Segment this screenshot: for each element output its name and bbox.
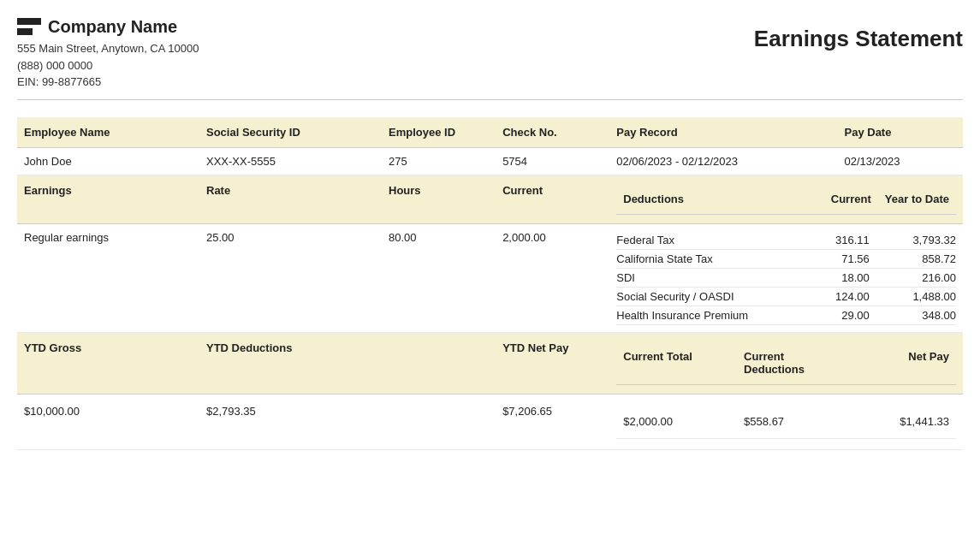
document-title: Earnings Statement [754, 17, 963, 52]
earnings-label: Regular earnings [17, 223, 199, 332]
employee-header-row: Employee Name Social Security ID Employe… [17, 117, 963, 148]
deduction-row: Federal Tax 316.11 3,793.32 [616, 231, 956, 250]
earnings-hours: 80.00 [382, 223, 496, 332]
deductions-data-cell: Federal Tax 316.11 3,793.32 California S… [609, 223, 963, 332]
col-header-rate: Rate [199, 175, 382, 223]
earnings-deductions-header-row: Earnings Rate Hours Current Deductions C… [17, 175, 963, 223]
summary-header-ytd-gross: YTD Gross [17, 332, 199, 394]
company-ein: EIN: 99-8877665 [17, 74, 199, 91]
summary-ytd-net-pay-value: $7,206.65 [496, 394, 609, 449]
summary-header-current-total-group: Current Total Current Deductions Net Pay [609, 332, 963, 394]
company-info: Company Name 555 Main Street, Anytown, C… [17, 17, 199, 91]
deduction-label: SDI [616, 268, 803, 287]
employee-id-value: 275 [382, 147, 496, 175]
employee-pay-record-value: 02/06/2023 - 02/12/2023 [609, 147, 837, 175]
deduction-ytd: 348.00 [878, 306, 956, 324]
company-address: 555 Main Street, Anytown, CA 10000 [17, 40, 199, 57]
earnings-rate: 25.00 [199, 223, 382, 332]
deduction-label: Social Security / OASDI [616, 287, 803, 306]
summary-current-total-value: $2,000.00 [616, 405, 735, 439]
col-header-employee-name: Employee Name [17, 117, 199, 148]
col-header-hours: Hours [382, 175, 496, 223]
col-header-deductions: Deductions [616, 184, 803, 215]
deductions-sub-header: Deductions Current Year to Date [609, 175, 963, 223]
deduction-label: California State Tax [616, 249, 803, 268]
main-table: Employee Name Social Security ID Employe… [17, 117, 963, 450]
employee-data-row: John Doe XXX-XX-5555 275 5754 02/06/2023… [17, 147, 963, 175]
summary-header-current-deductions: Current Deductions [735, 341, 854, 385]
summary-data-row: $10,000.00 $2,793.35 $7,206.65 $2,000.00… [17, 394, 963, 449]
deduction-current: 124.00 [803, 287, 877, 306]
earnings-deductions-data-row: Regular earnings 25.00 80.00 2,000.00 Fe… [17, 223, 963, 332]
company-phone: (888) 000 0000 [17, 57, 199, 74]
col-header-pay-record: Pay Record [609, 117, 837, 148]
col-header-earnings: Earnings [17, 175, 199, 223]
col-header-pay-date: Pay Date [838, 117, 964, 148]
col-header-current: Current [496, 175, 609, 223]
deduction-ytd: 1,488.00 [878, 287, 956, 306]
deduction-row: SDI 18.00 216.00 [616, 268, 956, 287]
deduction-current: 71.56 [803, 249, 877, 268]
deduction-row: California State Tax 71.56 858.72 [616, 249, 956, 268]
employee-name-value: John Doe [17, 147, 199, 175]
col-header-employee-id: Employee ID [382, 117, 496, 148]
summary-totals-group: $2,000.00 $558.67 $1,441.33 [609, 394, 963, 449]
deduction-row: Health Insurance Premium 29.00 348.00 [616, 306, 956, 324]
company-logo [17, 18, 41, 37]
col-header-ssid: Social Security ID [199, 117, 382, 148]
earnings-current: 2,000.00 [496, 223, 609, 332]
summary-header-ytd-net-pay: YTD Net Pay [496, 332, 609, 394]
deduction-row: Social Security / OASDI 124.00 1,488.00 [616, 287, 956, 306]
col-header-deductions-current: Current [803, 184, 877, 215]
deduction-ytd: 858.72 [878, 249, 956, 268]
deduction-ytd: 3,793.32 [878, 231, 956, 250]
col-header-check-no: Check No. [496, 117, 609, 148]
deduction-current: 316.11 [803, 231, 877, 250]
summary-ytd-gross-value: $10,000.00 [17, 394, 199, 449]
summary-header-ytd-deductions: YTD Deductions [199, 332, 496, 394]
deduction-current: 18.00 [803, 268, 877, 287]
summary-current-deductions-value: $558.67 [735, 405, 854, 439]
deduction-label: Health Insurance Premium [616, 306, 803, 324]
deductions-table: Federal Tax 316.11 3,793.32 California S… [616, 231, 956, 325]
employee-pay-date-value: 02/13/2023 [838, 147, 964, 175]
deduction-ytd: 216.00 [878, 268, 956, 287]
summary-net-pay-value: $1,441.33 [854, 405, 956, 439]
page-header: Company Name 555 Main Street, Anytown, C… [17, 17, 963, 100]
employee-ssid-value: XXX-XX-5555 [199, 147, 382, 175]
deduction-label: Federal Tax [616, 231, 803, 250]
summary-header-row: YTD Gross YTD Deductions YTD Net Pay Cur… [17, 332, 963, 394]
employee-check-no-value: 5754 [496, 147, 609, 175]
company-name: Company Name [48, 17, 177, 37]
summary-header-net-pay: Net Pay [854, 341, 956, 385]
deduction-current: 29.00 [803, 306, 877, 324]
summary-header-current-total: Current Total [616, 341, 735, 385]
col-header-deductions-ytd: Year to Date [878, 184, 956, 215]
summary-ytd-deductions-value: $2,793.35 [199, 394, 496, 449]
